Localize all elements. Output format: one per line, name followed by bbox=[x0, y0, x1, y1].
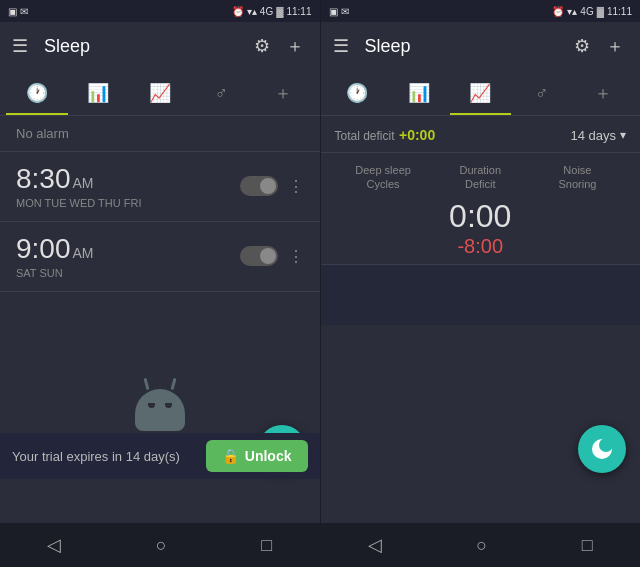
status-left-icons: ▣ ✉ bbox=[8, 6, 28, 17]
tab-alarm-right[interactable]: 🕐 bbox=[327, 73, 389, 115]
moon-icon-right bbox=[590, 437, 614, 461]
left-screen: ▣ ✉ ⏰ ▾▴ 4G ▓ 11:11 ☰ Sleep ⚙ ＋ 🕐 📊 📈 ♂ bbox=[0, 0, 320, 567]
tab-activity-right[interactable]: ♂ bbox=[511, 73, 573, 115]
back-nav-icon-right[interactable]: ◁ bbox=[348, 526, 402, 564]
unlock-button[interactable]: 🔒 Unlock bbox=[206, 440, 308, 472]
settings-icon-right[interactable]: ⚙ bbox=[570, 31, 594, 61]
trend-tab-icon: 📈 bbox=[149, 82, 171, 104]
message-icon: ✉ bbox=[20, 6, 28, 17]
nav-bar-left: ◁ ○ □ bbox=[0, 523, 320, 567]
tab-stats[interactable]: 📊 bbox=[68, 73, 130, 115]
alarm-controls-2: ⋮ bbox=[240, 246, 304, 266]
recents-nav-icon-right[interactable]: □ bbox=[562, 527, 613, 564]
add-icon-right[interactable]: ＋ bbox=[602, 30, 628, 62]
duration-values: 0:00 -8:00 bbox=[432, 198, 529, 258]
chart-area bbox=[321, 265, 641, 325]
sleep-fab-button-right[interactable] bbox=[578, 425, 626, 473]
trial-text: Your trial expires in 14 day(s) bbox=[12, 449, 196, 464]
battery-icon: ▓ bbox=[276, 6, 283, 17]
alarm-days-1: MON TUE WED THU FRI bbox=[16, 197, 240, 209]
top-bar-right: ☰ Sleep ⚙ ＋ bbox=[321, 22, 641, 70]
alarm-more-icon-2[interactable]: ⋮ bbox=[288, 247, 304, 266]
tab-alarm[interactable]: 🕐 bbox=[6, 73, 68, 115]
right-content: Total deficit +0:00 14 days ▾ Deep sleep… bbox=[321, 116, 641, 523]
message-icon-right: ✉ bbox=[341, 6, 349, 17]
status-bar-right: ▣ ✉ ⏰ ▾▴ 4G ▓ 11:11 bbox=[321, 0, 641, 22]
tab-bar-left: 🕐 📊 📈 ♂ ＋ bbox=[0, 70, 320, 116]
total-deficit-value: +0:00 bbox=[399, 127, 435, 143]
right-screen: ▣ ✉ ⏰ ▾▴ 4G ▓ 11:11 ☰ Sleep ⚙ ＋ 🕐 📊 📈 ♂ bbox=[321, 0, 641, 567]
time-left: 11:11 bbox=[286, 6, 311, 17]
alarm-time-block-1: 8:30AM MON TUE WED THU FRI bbox=[16, 164, 240, 209]
status-left-icons-right: ▣ ✉ bbox=[329, 6, 349, 17]
tab-stats-right[interactable]: 📊 bbox=[388, 73, 450, 115]
duration-sub-value: -8:00 bbox=[432, 235, 529, 258]
duration-label: DurationDeficit bbox=[432, 163, 529, 192]
alarm-time-2: 9:00AM bbox=[16, 234, 240, 265]
mascot-head bbox=[135, 389, 185, 431]
tab-add[interactable]: ＋ bbox=[252, 73, 314, 115]
status-right-info: ⏰ ▾▴ 4G ▓ 11:11 bbox=[232, 6, 312, 17]
lte-icon-right: 4G bbox=[580, 6, 593, 17]
mascot-antenna-left bbox=[143, 378, 149, 390]
tab-activity[interactable]: ♂ bbox=[191, 73, 253, 115]
trend-tab-icon-right: 📈 bbox=[469, 82, 491, 104]
clock-tab-icon-right: 🕐 bbox=[346, 82, 368, 104]
battery-icon-right: ▓ bbox=[597, 6, 604, 17]
stat-col-duration: DurationDeficit 0:00 -8:00 bbox=[432, 163, 529, 258]
alarm-more-icon-1[interactable]: ⋮ bbox=[288, 177, 304, 196]
activity-tab-icon: ♂ bbox=[215, 83, 229, 104]
signal-icon-right: ▾▴ bbox=[567, 6, 577, 17]
add-tab-icon-right: ＋ bbox=[594, 81, 612, 105]
bar-chart-tab-icon-right: 📊 bbox=[408, 82, 430, 104]
add-icon-left[interactable]: ＋ bbox=[282, 30, 308, 62]
status-bar-left: ▣ ✉ ⏰ ▾▴ 4G ▓ 11:11 bbox=[0, 0, 320, 22]
time-right: 11:11 bbox=[607, 6, 632, 17]
alarm-row-1: 8:30AM MON TUE WED THU FRI ⋮ bbox=[0, 152, 320, 222]
alarm-toggle-1[interactable] bbox=[240, 176, 278, 196]
stat-col-noise: NoiseSnoring bbox=[529, 163, 626, 258]
nav-bar-right: ◁ ○ □ bbox=[321, 523, 641, 567]
no-alarm-label: No alarm bbox=[0, 116, 320, 152]
clock-tab-icon: 🕐 bbox=[26, 82, 48, 104]
menu-icon[interactable]: ☰ bbox=[12, 35, 28, 57]
bar-chart-tab-icon: 📊 bbox=[87, 82, 109, 104]
days-selector[interactable]: 14 days ▾ bbox=[570, 128, 626, 143]
alarm-toggle-2[interactable] bbox=[240, 246, 278, 266]
app-title-right: Sleep bbox=[365, 36, 563, 57]
settings-icon-left[interactable]: ⚙ bbox=[250, 31, 274, 61]
add-tab-icon: ＋ bbox=[274, 81, 292, 105]
signal-icon: ▾▴ bbox=[247, 6, 257, 17]
mascot-eye-right bbox=[165, 403, 172, 408]
menu-icon-right[interactable]: ☰ bbox=[333, 35, 349, 57]
noise-label: NoiseSnoring bbox=[529, 163, 626, 192]
alarm-time-1: 8:30AM bbox=[16, 164, 240, 195]
lock-icon: 🔒 bbox=[222, 448, 239, 464]
tab-trends-right[interactable]: 📈 bbox=[450, 73, 512, 115]
notification-icon-right: ▣ bbox=[329, 6, 338, 17]
mascot-eye-left bbox=[148, 403, 155, 408]
tab-bar-right: 🕐 📊 📈 ♂ ＋ bbox=[321, 70, 641, 116]
lte-icon: 4G bbox=[260, 6, 273, 17]
stats-header: Total deficit +0:00 14 days ▾ bbox=[321, 116, 641, 153]
duration-main-value: 0:00 bbox=[432, 198, 529, 235]
home-nav-icon-right[interactable]: ○ bbox=[456, 527, 507, 564]
mascot-antenna-right bbox=[170, 378, 176, 390]
recents-nav-icon[interactable]: □ bbox=[241, 527, 292, 564]
stats-columns: Deep sleepCycles DurationDeficit 0:00 -8… bbox=[321, 153, 641, 265]
days-label: 14 days bbox=[570, 128, 616, 143]
alarm-days-2: SAT SUN bbox=[16, 267, 240, 279]
stat-col-deep-sleep: Deep sleepCycles bbox=[335, 163, 432, 258]
back-nav-icon[interactable]: ◁ bbox=[27, 526, 81, 564]
top-bar-left: ☰ Sleep ⚙ ＋ bbox=[0, 22, 320, 70]
tab-trends[interactable]: 📈 bbox=[129, 73, 191, 115]
alarm-status-icon-right: ⏰ bbox=[552, 6, 564, 17]
alarm-row-2: 9:00AM SAT SUN ⋮ bbox=[0, 222, 320, 292]
total-deficit-group: Total deficit +0:00 bbox=[335, 126, 436, 144]
activity-tab-icon-right: ♂ bbox=[535, 83, 549, 104]
home-nav-icon[interactable]: ○ bbox=[136, 527, 187, 564]
deep-sleep-label: Deep sleepCycles bbox=[335, 163, 432, 192]
tab-add-right[interactable]: ＋ bbox=[573, 73, 635, 115]
app-title-left: Sleep bbox=[44, 36, 242, 57]
mascot-eyes bbox=[148, 403, 172, 408]
